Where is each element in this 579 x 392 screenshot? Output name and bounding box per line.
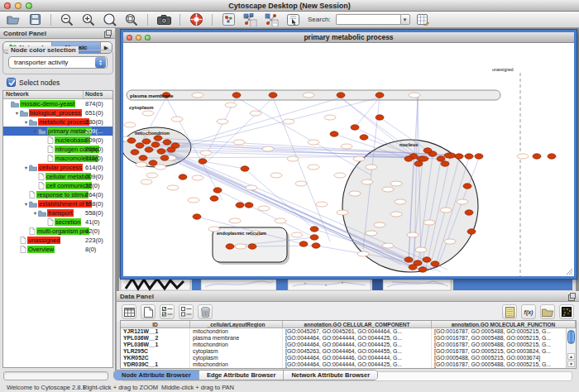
network-node-label[interactable]: [444, 239, 456, 244]
network-node[interactable]: [533, 154, 541, 159]
network-node[interactable]: [337, 93, 345, 98]
table-cell[interactable]: [GO:0016787, GO:0005488, GO:0005215, G..…: [432, 328, 576, 335]
network-node[interactable]: [431, 261, 439, 266]
network-node-label[interactable]: [225, 103, 237, 108]
network-node[interactable]: [145, 147, 153, 152]
table-row[interactable]: YPL036W__1mitochondrion[GO:0044464, GO:0…: [121, 342, 576, 348]
network-node[interactable]: [154, 136, 162, 141]
delete-attribute-icon[interactable]: [198, 304, 213, 319]
table-cell[interactable]: [GO:0044464, GO:0044444, GO:0044425, G..…: [283, 361, 432, 368]
tree-row[interactable]: ▼establishment of lo558(0): [3, 199, 112, 208]
table-cell[interactable]: YKR052C: [121, 355, 190, 361]
network-node-label[interactable]: [155, 165, 166, 170]
network-node[interactable]: [179, 174, 187, 179]
scrollbar-thumb[interactable]: [567, 330, 575, 344]
expand-arrow-icon[interactable]: ▼: [23, 120, 29, 125]
tree-row[interactable]: unassigned223(0): [3, 236, 112, 245]
network-node[interactable]: [404, 156, 413, 161]
table-cell[interactable]: [GO:0045267, GO:0045261, GO:0044464, G..…: [283, 328, 432, 335]
search-dropdown-icon[interactable]: ▼: [400, 14, 410, 25]
table-cell[interactable]: [GO:0016787, GO:0005488, GO:0005215, G..…: [432, 342, 576, 348]
attribute-table-icon[interactable]: [122, 304, 136, 319]
expand-arrow-icon[interactable]: ▼: [32, 211, 38, 216]
table-cell[interactable]: [GO:0044464, GO:0044444, GO:0044425, G..…: [283, 335, 432, 342]
tree-row[interactable]: Overview8(0): [3, 245, 112, 254]
tree-row[interactable]: ▼primary metabo209(...: [3, 127, 112, 136]
network-node[interactable]: [351, 125, 359, 130]
network-node[interactable]: [437, 156, 445, 161]
network-node[interactable]: [210, 196, 218, 201]
tree-row[interactable]: macromolecule311(0): [3, 154, 112, 163]
network-node-label[interactable]: [334, 173, 346, 178]
table-column-header[interactable]: annotation.GO CELLULAR_COMPONENT: [283, 321, 432, 327]
table-column-header[interactable]: annotation.GO MOLECULAR_FUNCTION: [432, 321, 576, 327]
annotation-icon[interactable]: [285, 12, 301, 26]
search-combo[interactable]: ▼: [336, 14, 410, 25]
network-node-label[interactable]: [141, 179, 152, 184]
network-node[interactable]: [213, 188, 222, 193]
network-node-label[interactable]: [366, 231, 377, 236]
zoom-fit-icon[interactable]: [123, 12, 140, 26]
network-node-label[interactable]: [374, 222, 385, 227]
network-node[interactable]: [136, 143, 144, 148]
table-cell[interactable]: [GO:0005488, GO:0005215, GO:0003674]: [432, 355, 576, 361]
network-node[interactable]: [409, 265, 417, 270]
network-node[interactable]: [423, 257, 431, 262]
layout-a-icon[interactable]: [242, 12, 258, 26]
tab-edge-attribute-browser[interactable]: Edge Attribute Browser: [199, 370, 284, 380]
network-node[interactable]: [376, 115, 384, 120]
network-node[interactable]: [444, 153, 456, 158]
network-node-label[interactable]: [366, 165, 377, 170]
attribute-table-header[interactable]: ID_cellularLayoutRegionannotation.GO CEL…: [121, 321, 576, 328]
tree-row[interactable]: nitrogen compo209(0): [3, 145, 112, 154]
tree-row[interactable]: multi-organism pro42(0): [3, 227, 112, 236]
network-node[interactable]: [299, 241, 308, 246]
table-row[interactable]: YPL036W__2plasma membrane[GO:0044464, GO…: [121, 335, 576, 342]
table-cell[interactable]: mitochondrion: [190, 361, 283, 368]
network-node-label[interactable]: [283, 119, 294, 124]
resize-grip-icon[interactable]: [566, 268, 573, 275]
notepad-icon[interactable]: [502, 304, 517, 319]
import-attributes-icon[interactable]: [540, 304, 555, 319]
open-folder-icon[interactable]: [5, 12, 22, 26]
network-node[interactable]: [548, 154, 556, 159]
network-node-label[interactable]: [233, 140, 245, 145]
network-edge[interactable]: [171, 98, 380, 150]
network-node[interactable]: [330, 131, 338, 136]
network-node-label[interactable]: [262, 146, 274, 151]
table-cell[interactable]: YPL036W__1: [121, 342, 190, 348]
network-edge[interactable]: [237, 98, 371, 175]
table-cell[interactable]: mitochondrion: [190, 328, 283, 335]
network-node-label[interactable]: [423, 220, 435, 225]
network-node[interactable]: [248, 244, 256, 249]
network-node-label[interactable]: [295, 181, 307, 186]
table-cell[interactable]: [GO:0044464, GO:0044446, GO:0044444, G..…: [283, 355, 432, 361]
tree-row[interactable]: cell communicat22(0): [3, 181, 112, 190]
zoom-out-icon[interactable]: [59, 12, 75, 26]
network-node-label[interactable]: [337, 210, 348, 215]
select-nodes-checkbox[interactable]: [7, 78, 16, 87]
network-node-label[interactable]: [517, 154, 529, 159]
table-cell[interactable]: cytoplasm: [190, 348, 283, 355]
camera-icon[interactable]: [156, 12, 172, 26]
node-color-combo[interactable]: transporter activity ▲▼: [8, 56, 108, 69]
table-cell[interactable]: mitochondrion: [190, 342, 283, 348]
network-node[interactable]: [467, 229, 476, 234]
network-node[interactable]: [151, 142, 160, 147]
help-ring-icon[interactable]: [188, 12, 204, 26]
network-node[interactable]: [127, 138, 136, 143]
network-window-titlebar[interactable]: primary metabolic process: [123, 32, 574, 43]
tree-header[interactable]: Network Nodes: [3, 91, 112, 99]
tree-row[interactable]: mosaic-demo-yeast874(0): [3, 99, 112, 108]
network-node[interactable]: [310, 227, 318, 232]
network-node[interactable]: [236, 203, 244, 208]
table-cell[interactable]: [GO:0016787, GO:0005215, GO:0003824, G..…: [432, 348, 576, 355]
network-node[interactable]: [312, 243, 320, 248]
table-cell[interactable]: [GO:0016787, GO:0005488, GO:0005215, G..…: [432, 335, 576, 342]
network-node[interactable]: [414, 161, 423, 166]
table-cell[interactable]: [GO:0044464, GO:0044444, GO:0044425, G..…: [283, 342, 432, 348]
network-node[interactable]: [310, 235, 318, 240]
network-node-label[interactable]: [270, 173, 282, 178]
float-panel-icon[interactable]: [568, 293, 576, 300]
table-column-header[interactable]: ID: [121, 321, 190, 327]
